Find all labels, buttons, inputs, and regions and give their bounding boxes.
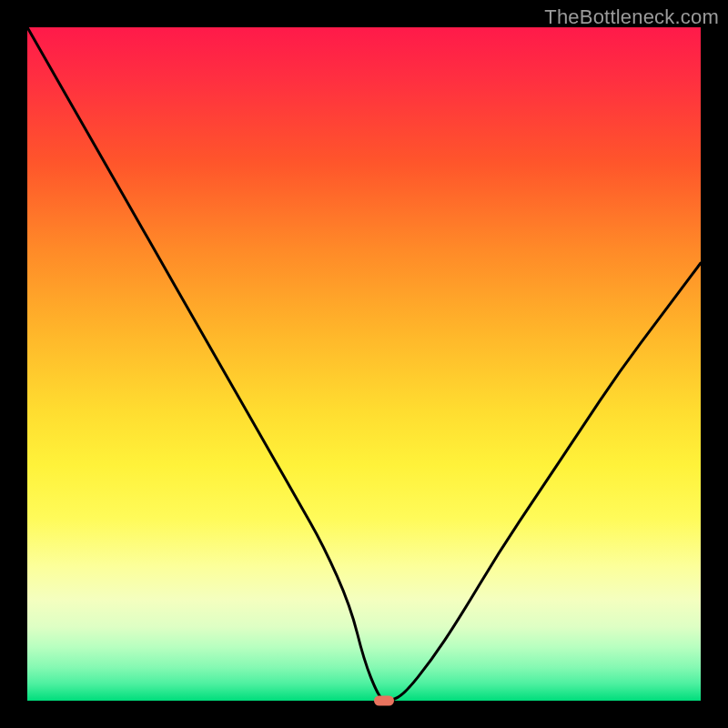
plot-area [27, 27, 701, 701]
optimal-point-marker [374, 696, 394, 706]
watermark-text: TheBottleneck.com [544, 5, 719, 29]
chart-container: TheBottleneck.com [0, 0, 728, 728]
bottleneck-curve [27, 27, 701, 701]
